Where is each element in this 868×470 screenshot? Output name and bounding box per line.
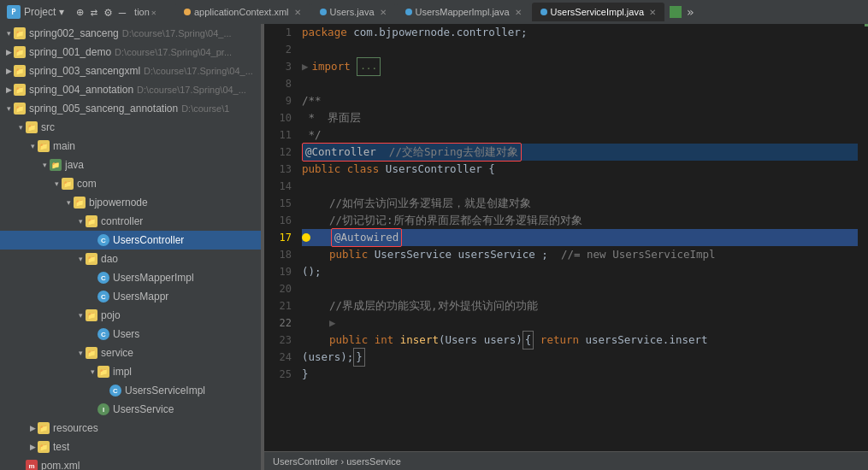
tab-close-usersserviceimpl[interactable]: ✕ [649,8,656,17]
sidebar-item-spring002[interactable]: ▾ 📁 spring002_sanceng D:\course\17.Sprin… [0,24,261,43]
green-indicator [670,6,682,18]
arrow-dao: ▾ [75,254,86,264]
more-tabs-icon[interactable]: » [687,5,694,19]
folder-icon-java: 📁 [50,159,62,171]
autowired-annotation-box: @Autowired [331,228,402,247]
project-dropdown-arrow[interactable]: ▾ [59,6,64,18]
pojo-label: pojo [101,309,121,321]
sidebar-item-spring005[interactable]: ▾ 📁 spring_005_sanceng_annotation D:\cou… [0,99,261,118]
line-num-8: 8 [264,75,292,92]
tab-close-users-java[interactable]: ✕ [380,8,387,17]
editor-tabs: applicationContext.xml ✕ Users.java ✕ Us… [175,3,694,21]
code-line-8 [302,75,858,92]
code-line-1: package com.bjpowernode.controller; [302,24,858,41]
code-line-10: * 界面层 [302,109,858,126]
folder-icon-spring003: 📁 [14,65,26,77]
tab-dot-users [320,9,327,15]
sidebar-item-spring001[interactable]: ▶ 📁 spring_001_demo D:\course\17.Spring\… [0,43,261,62]
users-label: Users [113,328,139,340]
code-line-18: public UsersService usersService ; //= n… [302,246,858,263]
test-label: test [53,441,69,453]
settings-icon[interactable]: ⚙ [104,5,111,19]
breadcrumb: UsersController › usersService [273,456,401,467]
code-line-14 [302,178,858,195]
arrow-usersmapperimpl [87,273,97,283]
sidebar-item-spring004[interactable]: ▶ 📁 spring_004_annotation D:\course\17.S… [0,80,261,99]
usersserviceimpl-label: UsersServiceImpl [125,385,205,397]
tab-users-java[interactable]: Users.java ✕ [311,3,395,21]
folder-icon-impl: 📁 [97,366,109,378]
line-num-21: 21 [264,297,292,314]
sidebar-item-impl[interactable]: ▾ 📁 impl [0,362,261,381]
spring003-label: spring_003_sancengxml [29,65,140,77]
code-line-19: (); [302,263,858,280]
sidebar-item-usersserviceimpl[interactable]: C UsersServiceImpl [0,381,261,400]
minimize-icon[interactable]: — [119,5,126,19]
bjpowernode-label: bjpowernode [89,197,148,209]
sidebar-item-java[interactable]: ▾ 📁 java [0,156,261,174]
line-num-20: 20 [264,280,292,297]
code-line-22: ▶ [302,314,858,332]
code-line-20 [302,280,858,297]
globe-icon[interactable]: ⊕ [76,5,83,19]
folder-icon-bjpowernode: 📁 [74,197,86,209]
sidebar-item-pom[interactable]: m pom.xml [0,456,261,470]
spring002-path: D:\course\17.Spring\04_... [122,28,232,38]
xml-icon-pom: m [26,460,38,470]
tab-applicationcontext[interactable]: applicationContext.xml ✕ [175,3,310,21]
sidebar-item-pojo[interactable]: ▾ 📁 pojo [0,306,261,325]
project-sidebar[interactable]: ▾ 📁 spring002_sanceng D:\course\17.Sprin… [0,24,261,470]
spring003-path: D:\course\17.Spring\04_... [144,66,253,76]
arrow-usersserviceimpl [99,385,109,396]
partial-tab-close[interactable]: ✕ [151,8,156,17]
sidebar-item-userscontroller[interactable]: C UsersController [0,231,261,250]
sidebar-item-src[interactable]: ▾ 📁 src [0,118,261,137]
tab-close-applicationcontext[interactable]: ✕ [294,8,301,17]
sidebar-item-users[interactable]: C Users [0,325,261,344]
line-numbers: 1 2 3 8 9 10 11 12 13 14 15 16 17 18 19 … [264,24,297,451]
arrow-resources: ▶ [27,423,38,433]
spring001-label: spring_001_demo [29,46,111,58]
sidebar-item-test[interactable]: ▶ 📁 test [0,438,261,456]
sidebar-item-bjpowernode[interactable]: ▾ 📁 bjpowernode [0,193,261,212]
code-line-13: public class UsersController { [302,161,858,178]
split-icon[interactable]: ⇄ [91,5,97,19]
folder-icon-spring001: 📁 [14,46,26,58]
sidebar-item-spring003[interactable]: ▶ 📁 spring_003_sancengxml D:\course\17.S… [0,62,261,80]
tab-usersmapperimpl[interactable]: UsersMapperImpl.java ✕ [397,3,530,21]
status-bar: UsersController › usersService [264,451,868,470]
tab-dot-xml [184,9,191,15]
sidebar-item-service[interactable]: ▾ 📁 service [0,344,261,362]
usersmappr-label: UsersMappr [113,291,168,303]
sidebar-item-usersmapperimpl[interactable]: C UsersMapperImpl [0,268,261,287]
sidebar-item-dao[interactable]: ▾ 📁 dao [0,250,261,268]
tab-dot-serviceimpl [540,9,547,15]
arrow-src: ▾ [15,122,26,132]
arrow-controller: ▾ [75,216,86,226]
tab-close-usersmapperimpl[interactable]: ✕ [515,8,522,17]
code-editor[interactable]: package com.bjpowernode.controller; ▶ im… [297,24,858,451]
project-label: Project [24,6,56,18]
class-icon-usersserviceimpl: C [109,385,121,397]
impl-label: impl [113,366,132,378]
sidebar-item-com[interactable]: ▾ 📁 com [0,174,261,193]
sidebar-item-usersmappr[interactable]: C UsersMappr [0,287,261,306]
sidebar-item-usersservice[interactable]: I UsersService [0,400,261,419]
sidebar-item-resources[interactable]: ▶ 📁 resources [0,419,261,438]
folder-icon-main: 📁 [38,140,50,152]
line-num-24: 24 [264,349,292,366]
tab-usersserviceimpl[interactable]: UsersServiceImpl.java ✕ [532,3,664,21]
sidebar-item-controller[interactable]: ▾ 📁 controller [0,212,261,231]
arrow-usersservice [87,404,97,414]
arrow-service: ▾ [75,348,86,358]
import-collapsed: ... [357,57,381,76]
breakpoint-dot [302,233,310,242]
line-num-13: 13 [264,161,292,178]
line-num-25: 25 [264,366,292,383]
sidebar-item-main[interactable]: ▾ 📁 main [0,137,261,156]
folder-icon-src: 📁 [26,121,38,133]
arrow-spring004: ▶ [3,85,14,95]
code-line-25: } [302,366,858,383]
java-label: java [65,159,84,171]
line-num-14: 14 [264,178,292,195]
